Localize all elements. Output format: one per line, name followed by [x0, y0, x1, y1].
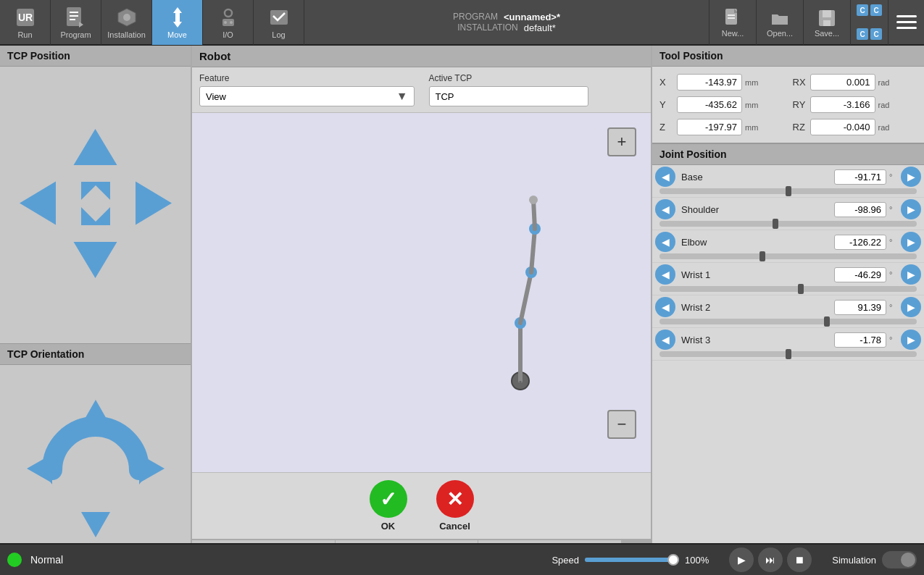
- main-content: TCP Position: [0, 46, 924, 575]
- svg-rect-19: [823, 10, 831, 17]
- joint-row-shoulder: ◀ Shoulder ° ▶: [652, 198, 924, 230]
- simulation-label: Simulation: [832, 555, 876, 566]
- tcp-position-header: TCP Position: [0, 46, 191, 67]
- pos-ry-row: RY rad: [788, 93, 922, 116]
- tcp-position-control: [16, 125, 175, 285]
- joint-1-thumb: [773, 219, 778, 229]
- joint-2-name: Elbow: [678, 237, 831, 248]
- joint-0-right-btn[interactable]: ▶: [901, 167, 921, 187]
- svg-point-43: [529, 196, 538, 204]
- zoom-in-button[interactable]: +: [607, 127, 636, 156]
- cc-dot-1: C: [857, 4, 868, 16]
- simulation-toggle[interactable]: [882, 551, 917, 568]
- svg-marker-28: [81, 207, 99, 225]
- checkmark-icon: ✓: [380, 487, 396, 511]
- robot-view: +: [192, 113, 651, 472]
- program-name: <unnamed>*: [504, 12, 560, 22]
- joint-3-slider[interactable]: [659, 286, 917, 292]
- rz-label: RZ: [793, 122, 807, 133]
- joint-1-value[interactable]: [834, 202, 886, 217]
- joint-controls: ◀ Wrist 1 ° ▶: [655, 264, 921, 285]
- speed-slider[interactable]: [585, 558, 679, 562]
- zoom-out-button[interactable]: −: [607, 410, 636, 439]
- joint-0-value[interactable]: [834, 169, 886, 185]
- joint-5-value[interactable]: [834, 332, 886, 348]
- stop-button[interactable]: ⏹: [787, 547, 812, 572]
- pos-z-row: Z mm: [655, 116, 788, 138]
- joint-0-left-btn[interactable]: ◀: [655, 167, 675, 187]
- rx-value[interactable]: [810, 74, 875, 91]
- ry-value[interactable]: [810, 96, 875, 113]
- play-button[interactable]: ▶: [729, 547, 754, 572]
- joint-1-left-btn[interactable]: ◀: [655, 199, 675, 219]
- joint-1-right-btn[interactable]: ▶: [901, 199, 921, 219]
- cancel-button[interactable]: ✕ Cancel: [436, 480, 474, 532]
- tcp-orientation-control: [16, 390, 175, 550]
- save-button[interactable]: Save...: [803, 0, 850, 45]
- joint-5-slider[interactable]: [659, 351, 917, 357]
- joint-list: ◀ Base ° ▶ ◀ Shoulder ° ▶ ◀: [652, 165, 924, 575]
- tcp-position-area: [0, 67, 191, 343]
- new-button[interactable]: New...: [709, 0, 756, 45]
- tcp-right-btn[interactable]: [128, 180, 175, 230]
- status-dot: [7, 553, 22, 567]
- joint-3-value[interactable]: [834, 267, 886, 282]
- joint-5-left-btn[interactable]: ◀: [655, 330, 675, 350]
- joint-2-left-btn[interactable]: ◀: [655, 232, 675, 252]
- joint-2-slider[interactable]: [659, 253, 917, 259]
- nav-move[interactable]: Move: [152, 0, 203, 45]
- step-button[interactable]: ⏭: [758, 547, 783, 572]
- tcp-left-btn[interactable]: [16, 180, 63, 230]
- svg-marker-33: [27, 454, 52, 483]
- hamburger-menu[interactable]: [888, 0, 924, 45]
- svg-rect-4: [70, 15, 78, 17]
- active-tcp-input[interactable]: [429, 86, 588, 106]
- nav-run[interactable]: UR Run: [0, 0, 51, 45]
- nav-io-label: I/O: [222, 30, 233, 39]
- joint-2-right-btn[interactable]: ▶: [901, 232, 921, 252]
- ok-button[interactable]: ✓ OK: [370, 480, 407, 532]
- joint-5-name: Wrist 3: [678, 335, 831, 345]
- tcp-down-btn[interactable]: [72, 235, 119, 285]
- joint-3-left-btn[interactable]: ◀: [655, 264, 675, 285]
- nav-installation-label: Installation: [107, 30, 146, 39]
- nav-installation[interactable]: Installation: [101, 0, 152, 45]
- joint-4-slider[interactable]: [659, 319, 917, 324]
- joint-1-slider[interactable]: [659, 221, 917, 227]
- installation-label: INSTALLATION: [457, 22, 518, 33]
- new-btn-label: New...: [722, 29, 744, 38]
- open-button[interactable]: Open...: [756, 0, 803, 45]
- joint-2-value[interactable]: [834, 235, 886, 250]
- active-tcp-label: Active TCP: [429, 73, 644, 83]
- joint-0-slider[interactable]: [659, 188, 917, 194]
- joint-4-value[interactable]: [834, 300, 886, 315]
- robot-header: Robot: [192, 46, 651, 67]
- x-value[interactable]: [677, 74, 742, 91]
- y-value[interactable]: [677, 96, 742, 113]
- tcp-up-btn[interactable]: [72, 125, 119, 175]
- svg-marker-8: [173, 7, 182, 28]
- nav-log[interactable]: Log: [254, 0, 304, 45]
- z-value[interactable]: [677, 119, 742, 135]
- pos-y-row: Y mm: [655, 93, 788, 116]
- nav-io[interactable]: I/O: [203, 0, 254, 45]
- simulation-section: Simulation: [832, 551, 917, 568]
- rz-unit: rad: [878, 123, 899, 132]
- svg-marker-34: [139, 454, 165, 483]
- joint-0-name: Base: [678, 172, 831, 182]
- xmark-icon: ✕: [446, 487, 463, 511]
- nav-program[interactable]: Program: [51, 0, 101, 45]
- svg-point-12: [230, 21, 233, 24]
- program-label: PROGRAM: [453, 12, 498, 22]
- joint-4-left-btn[interactable]: ◀: [655, 297, 675, 317]
- feature-select[interactable]: View ▼: [199, 86, 415, 106]
- svg-point-11: [224, 21, 227, 24]
- joint-3-right-btn[interactable]: ▶: [901, 264, 921, 285]
- joint-4-right-btn[interactable]: ▶: [901, 297, 921, 317]
- orient-center-up[interactable]: [16, 389, 175, 551]
- joint-controls: ◀ Base ° ▶: [655, 167, 921, 187]
- z-label: Z: [659, 122, 674, 133]
- cc-grid: C C C C: [850, 0, 888, 45]
- rz-value[interactable]: [810, 119, 875, 135]
- joint-5-right-btn[interactable]: ▶: [901, 330, 921, 350]
